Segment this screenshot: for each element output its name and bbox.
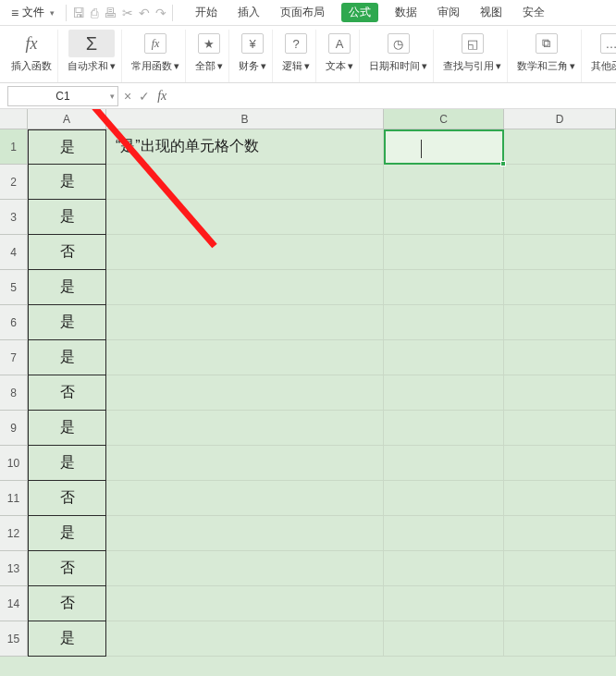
undo-icon[interactable]: ↶ <box>139 6 150 20</box>
row-header-2[interactable]: 2 <box>0 165 28 200</box>
row-header-7[interactable]: 7 <box>0 340 28 375</box>
cell-C11[interactable] <box>384 481 504 516</box>
tab-审阅[interactable]: 审阅 <box>434 1 463 24</box>
formula-input[interactable] <box>172 86 616 106</box>
tab-公式[interactable]: 公式 <box>341 3 378 22</box>
cell-C2[interactable] <box>384 165 504 200</box>
ribbon-logic[interactable]: ? 逻辑▾ <box>277 30 316 82</box>
cell-A13[interactable]: 否 <box>28 551 106 586</box>
column-header-D[interactable]: D <box>504 109 616 129</box>
row-header-9[interactable]: 9 <box>0 411 28 446</box>
cell-D8[interactable] <box>504 375 616 411</box>
print-icon[interactable]: 🖶 <box>104 6 117 20</box>
cell-A4[interactable]: 否 <box>28 235 106 270</box>
row-header-3[interactable]: 3 <box>0 200 28 235</box>
redo-icon[interactable]: ↷ <box>155 6 166 20</box>
cell-D14[interactable] <box>504 586 616 621</box>
row-header-1[interactable]: 1 <box>0 129 28 165</box>
cell-C10[interactable] <box>384 446 504 481</box>
ribbon-datetime[interactable]: ◷ 日期和时间▾ <box>363 30 434 82</box>
cell-D5[interactable] <box>504 270 616 305</box>
cell-A9[interactable]: 是 <box>28 411 106 446</box>
ribbon-text[interactable]: A 文本▾ <box>320 30 360 82</box>
cell-A1[interactable]: 是 <box>28 129 106 165</box>
cell-B11[interactable] <box>106 481 384 516</box>
cell-C3[interactable] <box>384 200 504 235</box>
cell-A5[interactable]: 是 <box>28 270 106 305</box>
row-header-4[interactable]: 4 <box>0 235 28 270</box>
cell-C9[interactable] <box>384 411 504 446</box>
row-header-5[interactable]: 5 <box>0 270 28 305</box>
file-menu[interactable]: ≡ 文件 ▾ <box>6 3 60 22</box>
column-header-C[interactable]: C <box>384 109 504 129</box>
cell-B14[interactable] <box>106 586 384 621</box>
chevron-down-icon[interactable]: ▾ <box>110 92 115 101</box>
cell-A10[interactable]: 是 <box>28 446 106 481</box>
spreadsheet-grid[interactable]: ABCD 123456789101112131415 是“是”出现的单元格个数是… <box>0 109 616 676</box>
ribbon-math[interactable]: ⧉ 数学和三角▾ <box>511 30 582 82</box>
cell-C14[interactable] <box>384 586 504 621</box>
cell-A7[interactable]: 是 <box>28 340 106 375</box>
cell-D13[interactable] <box>504 551 616 586</box>
cell-B5[interactable] <box>106 270 384 305</box>
cell-C15[interactable] <box>384 621 504 657</box>
fill-handle[interactable] <box>500 161 506 166</box>
tab-数据[interactable]: 数据 <box>391 1 421 24</box>
tab-视图[interactable]: 视图 <box>476 1 506 24</box>
ribbon-other[interactable]: … 其他函数 <box>585 30 616 82</box>
cell-C12[interactable] <box>384 516 504 551</box>
save-icon[interactable]: 🖫 <box>72 6 85 20</box>
cell-C4[interactable] <box>384 235 504 270</box>
cell-B2[interactable] <box>106 165 384 200</box>
cell-D10[interactable] <box>504 446 616 481</box>
cell-A14[interactable]: 否 <box>28 586 106 621</box>
row-header-10[interactable]: 10 <box>0 446 28 481</box>
column-header-A[interactable]: A <box>28 109 106 129</box>
cell-D6[interactable] <box>504 305 616 340</box>
row-header-14[interactable]: 14 <box>0 586 28 621</box>
cell-B13[interactable] <box>106 551 384 586</box>
cell-A8[interactable]: 否 <box>28 375 106 411</box>
cell-D7[interactable] <box>504 340 616 375</box>
select-all-corner[interactable] <box>0 109 28 129</box>
accept-icon[interactable]: ✓ <box>139 89 150 104</box>
ribbon-common-functions[interactable]: fx 常用函数▾ <box>126 30 186 82</box>
row-header-15[interactable]: 15 <box>0 621 28 657</box>
cell-B12[interactable] <box>106 516 384 551</box>
cell-C13[interactable] <box>384 551 504 586</box>
cell-D2[interactable] <box>504 165 616 200</box>
cell-B10[interactable] <box>106 446 384 481</box>
cell-B15[interactable] <box>106 621 384 657</box>
print-preview-icon[interactable]: ⎙ <box>91 6 98 20</box>
row-header-11[interactable]: 11 <box>0 481 28 516</box>
cells-area[interactable]: 是“是”出现的单元格个数是是否是是是否是是否是否否是 <box>28 129 616 657</box>
tab-安全[interactable]: 安全 <box>519 1 548 24</box>
cell-D12[interactable] <box>504 516 616 551</box>
cell-C7[interactable] <box>384 340 504 375</box>
cell-D4[interactable] <box>504 235 616 270</box>
cell-D11[interactable] <box>504 481 616 516</box>
cell-A6[interactable]: 是 <box>28 305 106 340</box>
cell-B4[interactable] <box>106 235 384 270</box>
cell-D1[interactable] <box>504 129 616 165</box>
cell-B8[interactable] <box>106 375 384 411</box>
cell-A11[interactable]: 否 <box>28 481 106 516</box>
row-header-13[interactable]: 13 <box>0 551 28 586</box>
column-header-B[interactable]: B <box>106 109 384 129</box>
cell-C5[interactable] <box>384 270 504 305</box>
cell-C8[interactable] <box>384 375 504 411</box>
row-header-12[interactable]: 12 <box>0 516 28 551</box>
cell-B7[interactable] <box>106 340 384 375</box>
cell-D9[interactable] <box>504 411 616 446</box>
cell-B3[interactable] <box>106 200 384 235</box>
tab-开始[interactable]: 开始 <box>191 1 221 24</box>
cell-C6[interactable] <box>384 305 504 340</box>
fx-icon[interactable]: fx <box>157 89 166 104</box>
cell-C1[interactable] <box>384 129 504 165</box>
tab-页面布局[interactable]: 页面布局 <box>277 1 328 24</box>
name-box[interactable]: C1 ▾ <box>7 86 118 106</box>
cut-icon[interactable]: ✂ <box>122 6 133 20</box>
ribbon-finance[interactable]: ¥ 财务▾ <box>233 30 273 82</box>
cell-D15[interactable] <box>504 621 616 657</box>
cell-B1[interactable]: “是”出现的单元格个数 <box>106 129 384 165</box>
